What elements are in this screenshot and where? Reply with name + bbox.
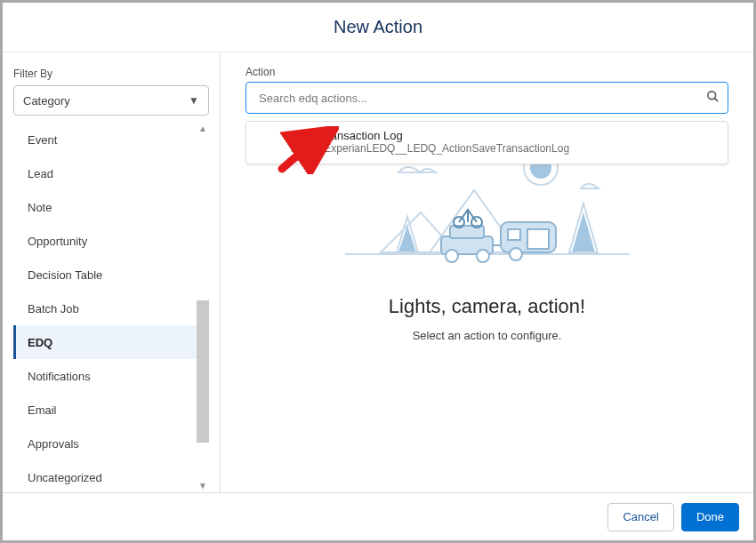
search-icon	[706, 90, 720, 106]
new-action-modal: New Action Filter By Category ▼ Event Le…	[0, 0, 756, 543]
svg-rect-6	[508, 229, 520, 240]
category-item-event[interactable]: Event	[13, 123, 209, 156]
dropdown-item-save-transaction-log[interactable]: Save Transaction Log apex-TExperianLEDQ_…	[246, 122, 728, 164]
scrollbar[interactable]: ▲ ▼	[197, 123, 209, 492]
svg-rect-7	[527, 229, 549, 249]
modal-footer: Cancel Done	[3, 492, 753, 540]
action-field-label: Action	[245, 66, 728, 78]
empty-state-subtext: Select an action to configure.	[245, 329, 728, 342]
modal-title: New Action	[334, 17, 422, 37]
category-item-lead[interactable]: Lead	[13, 156, 209, 190]
modal-body: Filter By Category ▼ Event Lead Note Opp…	[3, 52, 753, 492]
cancel-button[interactable]: Cancel	[607, 503, 673, 531]
scroll-up-icon[interactable]: ▲	[197, 123, 209, 135]
dropdown-item-subtitle: apex-TExperianLEDQ__LEDQ_ActionSaveTrans…	[291, 142, 715, 155]
modal-header: New Action	[3, 3, 753, 52]
empty-state-headline: Lights, camera, action!	[245, 295, 728, 318]
category-item-email[interactable]: Email	[13, 393, 209, 427]
category-item-note[interactable]: Note	[13, 190, 209, 224]
category-item-decision-table[interactable]: Decision Table	[13, 258, 209, 291]
svg-point-11	[446, 250, 458, 262]
category-item-opportunity[interactable]: Opportunity	[13, 224, 209, 258]
category-item-uncategorized[interactable]: Uncategorized	[13, 460, 209, 492]
category-select-value: Category	[23, 94, 70, 108]
category-item-notifications[interactable]: Notifications	[13, 359, 209, 393]
action-search-dropdown: Save Transaction Log apex-TExperianLEDQ_…	[245, 121, 728, 164]
svg-point-12	[477, 250, 489, 262]
dropdown-item-title: Save Transaction Log	[291, 129, 715, 142]
category-select[interactable]: Category ▼	[13, 85, 209, 116]
action-search-input[interactable]	[245, 82, 728, 114]
category-item-approvals[interactable]: Approvals	[13, 427, 209, 460]
category-item-batch-job[interactable]: Batch Job	[13, 291, 209, 325]
category-list-scroll: Event Lead Note Opportunity Decision Tab…	[13, 123, 209, 492]
chevron-down-icon: ▼	[189, 94, 199, 107]
filter-by-label: Filter By	[13, 68, 209, 80]
category-item-edq[interactable]: EDQ	[13, 325, 209, 359]
scroll-down-icon[interactable]: ▼	[197, 480, 209, 492]
done-button[interactable]: Done	[681, 503, 739, 531]
svg-line-1	[714, 98, 718, 101]
svg-point-0	[708, 92, 716, 100]
filter-sidebar: Filter By Category ▼ Event Lead Note Opp…	[3, 53, 221, 492]
category-list: Event Lead Note Opportunity Decision Tab…	[13, 123, 209, 492]
action-search-wrapper	[245, 82, 728, 114]
svg-point-8	[510, 248, 522, 260]
scrollbar-thumb[interactable]	[197, 300, 209, 443]
main-panel: Action Save Transaction Log apex-TExperi…	[221, 53, 753, 492]
